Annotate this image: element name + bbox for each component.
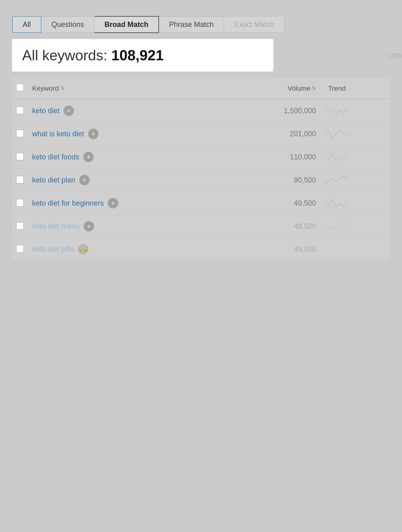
row-keyword-cell: keto diet menu xyxy=(28,215,233,238)
row-checkbox-cell xyxy=(12,215,28,238)
all-keywords-label: All keywords: xyxy=(22,47,107,63)
trend-sparkline xyxy=(324,128,348,139)
tab-all[interactable]: All xyxy=(12,16,41,33)
row-volume-cell: 110,000 xyxy=(233,146,320,169)
add-keyword-button[interactable] xyxy=(88,129,98,139)
summary-volume: ume: 4,314,850 xyxy=(389,50,402,60)
row-checkbox-cell xyxy=(12,122,28,146)
keyword-link[interactable]: keto diet pills xyxy=(32,245,74,253)
row-volume-cell: 49,500 xyxy=(233,192,320,215)
row-volume-cell: 49,500 xyxy=(233,215,320,238)
row-keyword-cell: keto diet pills🔒 xyxy=(28,238,233,261)
row-checkbox[interactable] xyxy=(16,199,24,207)
row-trend-cell xyxy=(320,238,390,261)
add-keyword-button[interactable] xyxy=(64,106,74,116)
table-header-row: Keyword ⇅ Volume ⇅ Trend xyxy=(12,78,390,99)
volume-value: 1,500,000 xyxy=(284,107,316,115)
add-keyword-button[interactable] xyxy=(83,152,94,162)
row-checkbox-cell xyxy=(12,238,28,261)
row-checkbox[interactable] xyxy=(16,245,24,253)
keyword-link[interactable]: what is keto diet xyxy=(32,130,84,138)
select-all-checkbox[interactable] xyxy=(16,84,24,91)
trend-sparkline xyxy=(324,221,348,231)
row-keyword-cell: keto diet plan xyxy=(28,169,233,192)
volume-value: 49,500 xyxy=(294,222,316,230)
volume-sort-icon[interactable]: ⇅ xyxy=(312,85,316,91)
add-keyword-button[interactable] xyxy=(108,198,118,209)
row-checkbox-cell xyxy=(12,99,28,122)
row-keyword-cell: keto diet for beginners xyxy=(28,192,233,215)
trend-sparkline xyxy=(324,198,348,208)
keyword-link[interactable]: keto diet for beginners xyxy=(32,199,104,207)
row-volume-cell: 90,500 xyxy=(233,169,320,192)
header-keyword: Keyword ⇅ xyxy=(28,78,233,99)
row-trend-cell xyxy=(320,122,390,146)
keyword-link[interactable]: keto diet plan xyxy=(32,176,75,184)
table-row: keto diet plan90,500 xyxy=(12,169,390,192)
tab-bar: All Questions Broad Match Phrase Match E… xyxy=(12,16,390,33)
trend-sparkline xyxy=(324,175,348,185)
row-checkbox[interactable] xyxy=(16,153,24,160)
keyword-sort-icon[interactable]: ⇅ xyxy=(60,85,64,91)
table-row: keto diet for beginners49,500 xyxy=(12,192,390,215)
row-checkbox[interactable] xyxy=(16,107,24,114)
row-trend-cell xyxy=(320,146,390,169)
add-keyword-button[interactable] xyxy=(79,175,90,185)
header-checkbox-col xyxy=(12,78,28,99)
row-trend-cell xyxy=(320,99,390,122)
trend-sparkline xyxy=(324,105,348,115)
volume-value: 110,000 xyxy=(290,153,316,161)
table-row: keto diet pills🔒49,500 xyxy=(12,238,390,261)
volume-value: 90,500 xyxy=(294,176,316,184)
tab-broad-match[interactable]: Broad Match xyxy=(95,16,159,33)
keyword-count: 108,921 xyxy=(111,47,164,63)
volume-value: 49,500 xyxy=(294,245,316,253)
row-keyword-cell: what is keto diet xyxy=(28,122,233,146)
row-checkbox[interactable] xyxy=(16,130,24,137)
keyword-link[interactable]: keto diet menu xyxy=(32,222,80,231)
locked-button[interactable]: 🔒 xyxy=(78,244,89,254)
summary-banner: All keywords: 108,921 xyxy=(12,39,273,71)
keyword-link[interactable]: keto diet xyxy=(32,107,59,115)
row-trend-cell xyxy=(320,215,390,238)
table-row: keto diet foods110,000 xyxy=(12,146,390,169)
row-keyword-cell: keto diet xyxy=(28,99,233,122)
keyword-link[interactable]: keto diet foods xyxy=(32,153,79,161)
tab-phrase-match[interactable]: Phrase Match xyxy=(159,16,224,33)
row-checkbox[interactable] xyxy=(16,222,24,230)
header-volume: Volume ⇅ xyxy=(233,78,320,99)
tab-questions[interactable]: Questions xyxy=(41,16,95,33)
add-keyword-button[interactable] xyxy=(84,221,94,232)
tab-exact-match[interactable]: Exact Match xyxy=(224,16,284,33)
table-row: keto diet1,500,000 xyxy=(12,99,390,122)
table-row: keto diet menu49,500 xyxy=(12,215,390,238)
row-checkbox-cell xyxy=(12,192,28,215)
row-trend-cell xyxy=(320,192,390,215)
volume-value: 49,500 xyxy=(294,199,316,207)
volume-value: 201,000 xyxy=(290,130,316,138)
row-keyword-cell: keto diet foods xyxy=(28,146,233,169)
row-checkbox-cell xyxy=(12,146,28,169)
keyword-table: Keyword ⇅ Volume ⇅ Trend keto diet1,500,… xyxy=(12,78,390,261)
row-checkbox-cell xyxy=(12,169,28,192)
row-trend-cell xyxy=(320,169,390,192)
row-checkbox[interactable] xyxy=(16,176,24,184)
table-row: what is keto diet201,000 xyxy=(12,122,390,146)
row-volume-cell: 49,500 xyxy=(233,238,320,261)
trend-sparkline xyxy=(324,152,348,162)
row-volume-cell: 201,000 xyxy=(233,122,320,146)
row-volume-cell: 1,500,000 xyxy=(233,99,320,122)
header-trend: Trend xyxy=(320,78,390,99)
page-container: All Questions Broad Match Phrase Match E… xyxy=(0,0,402,532)
